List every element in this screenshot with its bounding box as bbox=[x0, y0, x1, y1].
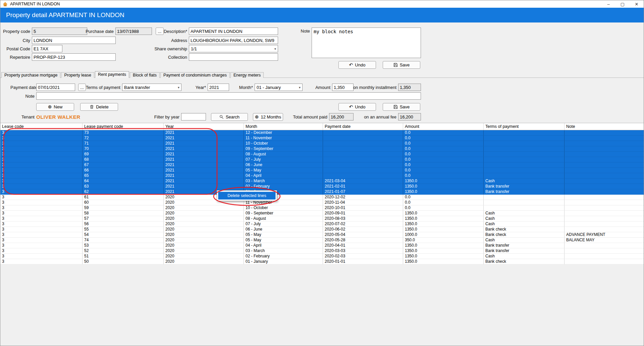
table-cell: 60 bbox=[83, 200, 164, 205]
table-cell: 06 - June bbox=[244, 162, 323, 168]
filter-by-year-label: Filter by year bbox=[145, 114, 179, 119]
tab-property-lease[interactable]: Property lease bbox=[61, 72, 94, 78]
table-row[interactable]: 353202004 - April2020-04-011350.0Bank tr… bbox=[0, 243, 644, 248]
table-cell bbox=[484, 195, 565, 200]
annual-fee-input[interactable] bbox=[398, 113, 421, 120]
month-label: Month* bbox=[228, 85, 253, 90]
table-row[interactable]: 351202002 - February2020-02-031350.0Cash bbox=[0, 254, 644, 259]
table-row[interactable]: 373202112 - December0.0 bbox=[0, 130, 644, 136]
note-textarea[interactable]: my block notes bbox=[312, 28, 421, 58]
monthly-installment-input[interactable] bbox=[398, 84, 421, 91]
address-input[interactable] bbox=[189, 37, 278, 44]
table-cell: 05 - May bbox=[244, 238, 323, 243]
table-row[interactable]: 359202010 - October2020-10-010.0 bbox=[0, 205, 644, 211]
table-row[interactable]: 371202110 - October0.0 bbox=[0, 141, 644, 146]
table-row[interactable]: 362202101 - January2021-01-071350.0Bank … bbox=[0, 189, 644, 195]
context-menu-item-delete-selected-lines[interactable]: Delete selected lines bbox=[218, 192, 276, 200]
new-button[interactable]: ⊕ New bbox=[36, 103, 74, 111]
city-input[interactable] bbox=[32, 37, 116, 44]
table-row[interactable]: 374202005 - May2020-05-28350.0CashBALANC… bbox=[0, 238, 644, 243]
column-header[interactable]: Year bbox=[164, 123, 244, 130]
year-input[interactable] bbox=[208, 84, 229, 91]
total-paid-input[interactable] bbox=[329, 113, 354, 120]
table-row[interactable]: 361202012 - December2020-12-020.0 bbox=[0, 195, 644, 200]
table-cell: 10 - October bbox=[244, 141, 323, 146]
table-row[interactable]: 350202001 - January2020-01-011350.0Bank … bbox=[0, 259, 644, 264]
rent-save-button[interactable]: Save bbox=[383, 103, 420, 111]
column-header[interactable]: Amount bbox=[403, 123, 484, 130]
rent-undo-button[interactable]: ↶ Undo bbox=[338, 103, 376, 111]
rent-note-input[interactable] bbox=[36, 92, 421, 100]
table-row[interactable]: 360202011 - November2020-11-040.0 bbox=[0, 200, 644, 205]
table-cell: BALANCE MAY bbox=[565, 238, 644, 243]
month-select[interactable]: 01 - January ▾ bbox=[255, 84, 303, 91]
table-cell: 3 bbox=[0, 179, 83, 184]
tab-energy-meters[interactable]: Energy meters bbox=[230, 72, 264, 78]
field-share-ownership: Share ownership 1/1 ▾ bbox=[141, 45, 278, 52]
table-row[interactable]: 364202103 - March2021-03-041350.0Cash bbox=[0, 179, 644, 184]
minimize-button[interactable]: – bbox=[601, 0, 615, 8]
table-body: 373202112 - December0.0372202111 - Novem… bbox=[0, 130, 644, 264]
table-row[interactable]: 363202102 - February2021-02-011350.0Bank… bbox=[0, 184, 644, 189]
description-input[interactable] bbox=[189, 28, 278, 35]
table-row[interactable]: 366202105 - May0.0 bbox=[0, 168, 644, 173]
tab-block-of-flats[interactable]: Block of flats bbox=[130, 72, 160, 78]
column-header[interactable]: Terms of payment bbox=[484, 123, 565, 130]
table-row[interactable]: 365202104 - April0.0 bbox=[0, 173, 644, 179]
table-cell bbox=[565, 221, 644, 227]
tab-rent-payments[interactable]: Rent payments bbox=[95, 71, 129, 78]
maximize-button[interactable]: ▢ bbox=[615, 0, 630, 8]
table-row[interactable]: 372202111 - November0.0 bbox=[0, 136, 644, 141]
table-row[interactable]: 357202008 - August2020-08-031350.0Cash bbox=[0, 216, 644, 221]
property-undo-button[interactable]: ↶ Undo bbox=[338, 61, 376, 69]
table-cell: 57 bbox=[83, 216, 164, 221]
table-row[interactable]: 369202108 - August0.0 bbox=[0, 152, 644, 157]
table-row[interactable]: 352202003 - March2020-03-031350.0Bank tr… bbox=[0, 248, 644, 254]
column-header[interactable]: Month bbox=[244, 123, 323, 130]
terms-of-payment-select[interactable]: Bank transfer ▾ bbox=[122, 84, 181, 91]
table-row[interactable]: 356202007 - July2020-07-021350.0Cash bbox=[0, 221, 644, 227]
postal-code-input[interactable] bbox=[32, 45, 62, 52]
table-row[interactable]: 368202107 - July0.0 bbox=[0, 157, 644, 162]
property-save-button[interactable]: Save bbox=[383, 61, 420, 69]
postal-code-label: Postal Code bbox=[2, 46, 30, 51]
table-cell: 09 - September bbox=[244, 146, 323, 152]
tab-property-purchase-mortgage[interactable]: Property purchase mortgage bbox=[1, 72, 60, 78]
table-cell: 1350.0 bbox=[403, 211, 484, 216]
tab-payment-of-condominium-charges[interactable]: Payment of condominium charges bbox=[160, 72, 230, 78]
table-cell bbox=[323, 157, 403, 162]
field-total-paid: Total amount paid bbox=[279, 113, 354, 120]
table-row[interactable]: 370202109 - September0.0 bbox=[0, 146, 644, 152]
table-row[interactable]: 358202009 - September2020-09-011350.0Cas… bbox=[0, 211, 644, 216]
note-label: Note bbox=[279, 28, 310, 35]
search-button[interactable]: Search bbox=[211, 113, 248, 121]
close-button[interactable]: ✕ bbox=[630, 0, 644, 8]
table-cell: 72 bbox=[83, 136, 164, 141]
column-header[interactable]: Lease code bbox=[0, 123, 83, 130]
table-cell: 2021 bbox=[164, 130, 244, 136]
collection-input[interactable] bbox=[189, 53, 278, 61]
table-cell: 56 bbox=[83, 221, 164, 227]
house-icon bbox=[3, 2, 8, 7]
page-header: Property detail APARTMENT IN LONDON bbox=[0, 8, 644, 22]
share-ownership-select[interactable]: 1/1 ▾ bbox=[189, 45, 278, 52]
table-cell bbox=[484, 157, 565, 162]
table-cell bbox=[323, 173, 403, 179]
table-cell: 67 bbox=[83, 162, 164, 168]
table-row[interactable]: 354202005 - May2020-05-041000.0Bank chec… bbox=[0, 232, 644, 238]
table-cell bbox=[484, 141, 565, 146]
delete-button[interactable]: Delete bbox=[80, 103, 118, 111]
table-row[interactable]: 355202006 - June2020-06-021350.0Bank che… bbox=[0, 227, 644, 232]
table-row[interactable]: 367202106 - June0.0 bbox=[0, 162, 644, 168]
column-header[interactable]: Note bbox=[565, 123, 644, 130]
table-cell: 0.0 bbox=[403, 152, 484, 157]
table-cell bbox=[565, 227, 644, 232]
table-cell: 3 bbox=[0, 243, 83, 248]
repertoire-input[interactable] bbox=[32, 53, 116, 61]
payment-date-input[interactable] bbox=[36, 84, 75, 91]
table-cell: 3 bbox=[0, 238, 83, 243]
circle-plus-icon: ⊕ bbox=[255, 115, 259, 119]
column-header[interactable]: Payment date bbox=[323, 123, 403, 130]
column-header[interactable]: Lease payment code bbox=[83, 123, 164, 130]
filter-by-year-input[interactable] bbox=[181, 113, 206, 120]
